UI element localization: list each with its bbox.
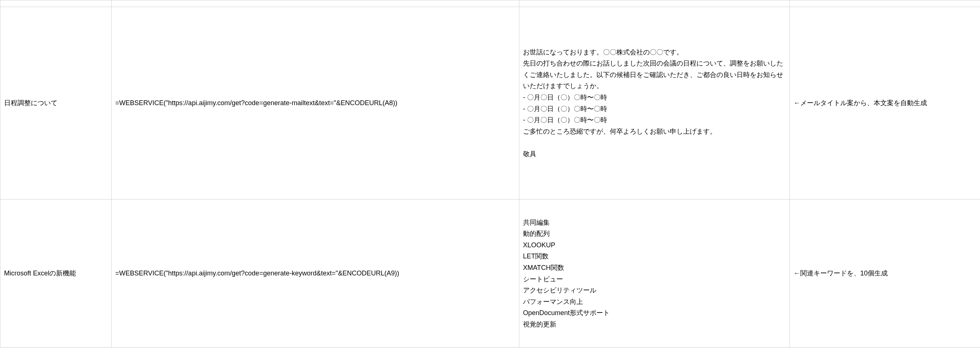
- cell-value: 共同編集 動的配列 XLOOKUP LET関数 XMATCH関数 シートビュー …: [523, 219, 610, 328]
- cell[interactable]: [111, 0, 519, 7]
- cell-note[interactable]: ←メールタイトル案から、本文案を自動生成: [790, 7, 980, 199]
- cell-value: 日程調整について: [4, 99, 57, 107]
- cell-value: =WEBSERVICE("https://api.aijimy.com/get?…: [115, 99, 397, 107]
- cell-formula[interactable]: =WEBSERVICE("https://api.aijimy.com/get?…: [111, 7, 519, 199]
- cell-note[interactable]: ←関連キーワードを、10個生成: [790, 199, 980, 348]
- cell-value: ←メールタイトル案から、本文案を自動生成: [794, 99, 927, 107]
- table-row[interactable]: [0, 0, 980, 7]
- cell-output[interactable]: 共同編集 動的配列 XLOOKUP LET関数 XMATCH関数 シートビュー …: [519, 199, 790, 348]
- cell-output[interactable]: お世話になっております。〇〇株式会社の〇〇です。 先日の打ち合わせの際にお話しし…: [519, 7, 790, 199]
- cell-formula[interactable]: =WEBSERVICE("https://api.aijimy.com/get?…: [111, 199, 519, 348]
- cell-input-title[interactable]: 日程調整について: [0, 7, 111, 199]
- cell-value: お世話になっております。〇〇株式会社の〇〇です。 先日の打ち合わせの際にお話しし…: [523, 49, 783, 158]
- table-row[interactable]: 日程調整について =WEBSERVICE("https://api.aijimy…: [0, 7, 980, 199]
- cell-value: Microsoft Excelの新機能: [4, 269, 76, 277]
- cell[interactable]: [519, 0, 790, 7]
- cell-input-title[interactable]: Microsoft Excelの新機能: [0, 199, 111, 348]
- spreadsheet-grid[interactable]: 日程調整について =WEBSERVICE("https://api.aijimy…: [0, 0, 980, 348]
- cell-value: =WEBSERVICE("https://api.aijimy.com/get?…: [115, 269, 399, 277]
- table-row[interactable]: Microsoft Excelの新機能 =WEBSERVICE("https:/…: [0, 199, 980, 348]
- cell-value: ←関連キーワードを、10個生成: [794, 269, 888, 277]
- cell[interactable]: [0, 0, 111, 7]
- cell[interactable]: [790, 0, 980, 7]
